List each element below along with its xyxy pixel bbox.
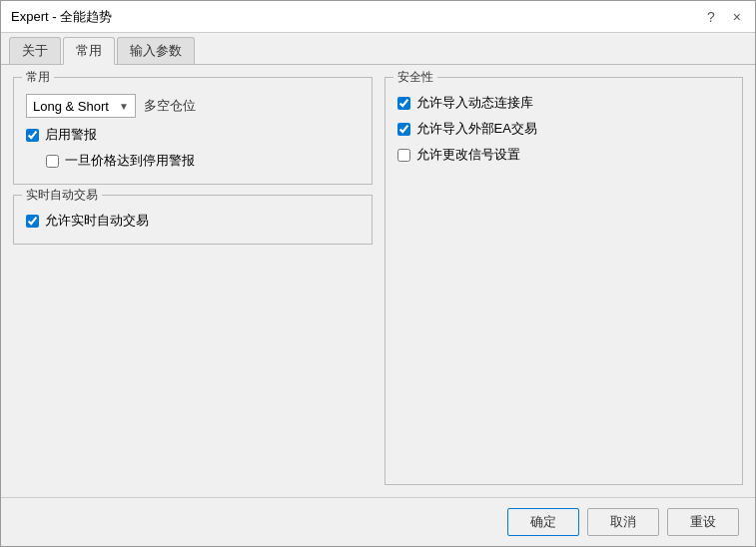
content-area: 常用 Long & Short ▼ 多空仓位 启用警报 bbox=[1, 65, 755, 497]
footer: 确定 取消 重设 bbox=[1, 497, 755, 546]
auto-trade-group: 实时自动交易 允许实时自动交易 bbox=[13, 195, 373, 245]
right-panel: 安全性 允许导入动态连接库 允许导入外部EA交易 允许更改信号设置 bbox=[384, 77, 744, 485]
common-group-content: Long & Short ▼ 多空仓位 启用警报 一旦价格达到停用警报 bbox=[26, 94, 360, 170]
allow-auto-trade-checkbox[interactable] bbox=[26, 215, 39, 228]
allow-auto-trade-row: 允许实时自动交易 bbox=[26, 212, 360, 230]
allow-ext-ea-label: 允许导入外部EA交易 bbox=[416, 120, 537, 138]
auto-trade-group-content: 允许实时自动交易 bbox=[26, 212, 360, 230]
allow-dll-row: 允许导入动态连接库 bbox=[397, 94, 731, 112]
allow-change-signal-checkbox[interactable] bbox=[397, 149, 410, 162]
long-short-select[interactable]: Long & Short ▼ bbox=[26, 94, 136, 118]
allow-change-signal-label: 允许更改信号设置 bbox=[416, 146, 520, 164]
dialog-title: Expert - 全能趋势 bbox=[11, 8, 112, 26]
select-arrow: ▼ bbox=[119, 101, 129, 112]
left-panel: 常用 Long & Short ▼ 多空仓位 启用警报 bbox=[13, 77, 373, 485]
select-value: Long & Short bbox=[33, 99, 109, 114]
price-alert-checkbox[interactable] bbox=[46, 155, 59, 168]
allow-dll-label: 允许导入动态连接库 bbox=[416, 94, 533, 112]
dropdown-label: 多空仓位 bbox=[144, 97, 196, 115]
confirm-button[interactable]: 确定 bbox=[507, 508, 579, 536]
price-alert-row: 一旦价格达到停用警报 bbox=[46, 152, 360, 170]
enable-alert-row: 启用警报 bbox=[26, 126, 360, 144]
allow-ext-ea-checkbox[interactable] bbox=[397, 123, 410, 136]
cancel-button[interactable]: 取消 bbox=[587, 508, 659, 536]
price-alert-label: 一旦价格达到停用警报 bbox=[65, 152, 195, 170]
auto-trade-group-title: 实时自动交易 bbox=[22, 187, 102, 204]
security-group: 安全性 允许导入动态连接库 允许导入外部EA交易 允许更改信号设置 bbox=[384, 77, 744, 485]
enable-alert-checkbox[interactable] bbox=[26, 129, 39, 142]
close-button[interactable]: × bbox=[729, 9, 745, 25]
allow-auto-trade-label: 允许实时自动交易 bbox=[45, 212, 149, 230]
tab-bar: 关于 常用 输入参数 bbox=[1, 33, 755, 65]
tab-about[interactable]: 关于 bbox=[9, 37, 61, 64]
security-group-title: 安全性 bbox=[393, 69, 437, 86]
title-bar: Expert - 全能趋势 ? × bbox=[1, 1, 755, 33]
tab-common[interactable]: 常用 bbox=[63, 37, 115, 65]
allow-change-signal-row: 允许更改信号设置 bbox=[397, 146, 731, 164]
dropdown-row: Long & Short ▼ 多空仓位 bbox=[26, 94, 360, 118]
common-group: 常用 Long & Short ▼ 多空仓位 启用警报 bbox=[13, 77, 373, 185]
security-group-content: 允许导入动态连接库 允许导入外部EA交易 允许更改信号设置 bbox=[397, 94, 731, 164]
enable-alert-label: 启用警报 bbox=[45, 126, 97, 144]
dialog: Expert - 全能趋势 ? × 关于 常用 输入参数 常用 bbox=[0, 0, 756, 547]
help-button[interactable]: ? bbox=[703, 9, 719, 25]
reset-button[interactable]: 重设 bbox=[667, 508, 739, 536]
allow-ext-ea-row: 允许导入外部EA交易 bbox=[397, 120, 731, 138]
tab-input-params[interactable]: 输入参数 bbox=[117, 37, 195, 64]
common-group-title: 常用 bbox=[22, 69, 54, 86]
title-bar-buttons: ? × bbox=[703, 9, 745, 25]
allow-dll-checkbox[interactable] bbox=[397, 97, 410, 110]
